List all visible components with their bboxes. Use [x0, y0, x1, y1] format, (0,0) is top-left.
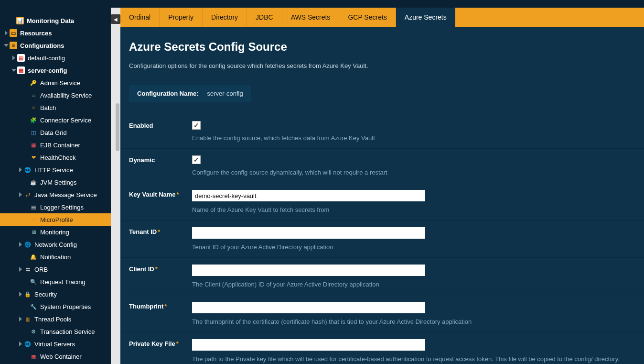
chevron-right-icon[interactable] [18, 342, 23, 346]
field-help: The path to the Private key file which w… [192, 355, 644, 363]
tree-item-label: HTTP Service [34, 166, 107, 174]
field-help: Tenant ID of your Azure Active Directory… [192, 243, 644, 251]
tree-item-icon: ▤ [30, 203, 37, 211]
field-tenant-id: Tenant ID* Tenant ID of your Azure Activ… [120, 220, 644, 257]
key-vault-name-input[interactable] [192, 190, 425, 201]
field-client-id: Client ID* The Client (Application) ID o… [120, 257, 644, 295]
tree-item[interactable]: 🖥Monitoring [0, 226, 111, 238]
tree-item-label: MicroProfile [40, 216, 107, 223]
tree-item-label: JVM Settings [40, 179, 107, 186]
field-label: Dynamic [129, 155, 192, 176]
tree-item-icon: ▦ [17, 66, 25, 74]
thumbprint-input[interactable] [192, 302, 425, 313]
tree-item[interactable]: ▦Web Container [0, 350, 111, 363]
tab[interactable]: JDBC [247, 8, 282, 27]
tree-item-label: Web Container [40, 353, 107, 360]
tab[interactable]: Property [160, 8, 203, 27]
tree-item[interactable]: 🌐Network Config [0, 238, 111, 251]
tree-item[interactable]: 🔒Security [0, 288, 111, 300]
tree-item[interactable]: 🔑Admin Service [0, 77, 111, 89]
field-help: Enable the config source, which fetches … [192, 134, 644, 142]
tree-item-icon: 🌐 [24, 166, 32, 174]
tree-item[interactable]: ▦default-config [0, 52, 111, 64]
enabled-checkbox[interactable]: ✓ [192, 121, 201, 130]
tree-item[interactable]: ≣Availability Service [0, 89, 111, 101]
chevron-right-icon[interactable] [11, 55, 16, 60]
tree-item[interactable]: ☕JVM Settings [0, 176, 111, 188]
tab[interactable]: Directory [203, 8, 247, 27]
field-label: Thumbprint* [129, 302, 192, 325]
chevron-right-icon[interactable] [18, 267, 23, 272]
tree-item-label: Transaction Service [40, 328, 107, 335]
dynamic-checkbox[interactable]: ✓ [192, 155, 201, 164]
scrollbar-thumb[interactable] [116, 103, 119, 151]
tree-item-label: Configurations [20, 42, 107, 49]
tenant-id-input[interactable] [192, 227, 425, 239]
tree-item-label: default-config [28, 55, 107, 62]
tree-item-label: Resources [20, 30, 107, 37]
tree-item-label: Thread Pools [34, 316, 107, 323]
field-label: Private Key File* [129, 339, 192, 363]
tree-item-label: EJB Container [40, 142, 107, 149]
tree-item-icon: ▦ [30, 353, 37, 360]
tab[interactable]: Ordinal [120, 8, 160, 27]
private-key-file-input[interactable] [192, 339, 425, 351]
field-label: Client ID* [129, 265, 192, 288]
tree-item[interactable]: 📊Monitoring Data [0, 14, 111, 27]
field-enabled: Enabled ✓ Enable the config source, whic… [120, 114, 644, 148]
field-help: The thumbprint of the certificate (certi… [192, 318, 644, 325]
tree-item-label: System Properties [40, 303, 107, 310]
chevron-right-icon[interactable] [18, 167, 23, 172]
tree-item-label: server-config [28, 67, 107, 74]
tree-item-icon: ▦ [17, 54, 25, 62]
tree-item[interactable]: 〰MicroProfile [0, 213, 111, 226]
tree-item[interactable]: 🔔Notification [0, 251, 111, 263]
chevron-down-icon[interactable] [4, 43, 9, 48]
chevron-right-icon[interactable] [18, 242, 23, 247]
tree-item[interactable]: ⇆ORB [0, 263, 111, 276]
tree-item[interactable]: 🧩Connector Service [0, 114, 111, 126]
tree-item[interactable]: ⇄Java Message Service [0, 188, 111, 201]
tab[interactable]: GCP Secrets [339, 8, 396, 27]
tree-item[interactable]: 🌐Virtual Servers [0, 338, 111, 350]
tree-item[interactable]: ▦EJB Container [0, 139, 111, 151]
collapse-sidebar-button[interactable]: ◀ [111, 14, 120, 24]
tree-item-icon: ⚙ [30, 328, 37, 335]
tab[interactable]: AWS Secrets [282, 8, 340, 27]
page-title: Azure Secrets Config Source [120, 37, 644, 55]
chevron-right-icon[interactable] [18, 192, 23, 197]
tree-item-label: Data Grid [40, 129, 107, 136]
tree-item[interactable]: 🔧System Properties [0, 300, 111, 313]
client-id-input[interactable] [192, 265, 425, 276]
tree-item-icon: ⇄ [24, 191, 32, 199]
field-key-vault-name: Key Vault Name* Name of the Azure Key Va… [120, 183, 644, 220]
tree-item-label: HealthCheck [40, 154, 107, 161]
tree-item-icon: 🔔 [30, 253, 37, 261]
tree-item[interactable]: ◫Data Grid [0, 126, 111, 139]
tree-item[interactable]: ▤Logger Settings [0, 201, 111, 213]
tree-item[interactable]: ▥Thread Pools [0, 313, 111, 325]
tree-item-icon: 〰 [30, 216, 37, 223]
chevron-right-icon[interactable] [4, 31, 9, 35]
tree-item-label: Admin Service [40, 79, 107, 87]
tree-item[interactable]: 🔍Request Tracing [0, 276, 111, 288]
tree-item[interactable]: ⚙Transaction Service [0, 325, 111, 338]
tree-item-label: Java Message Service [34, 191, 107, 199]
tree-item[interactable]: ≡Batch [0, 101, 111, 114]
chevron-right-icon[interactable] [18, 317, 23, 321]
tree-item[interactable]: ▭Resources [0, 27, 111, 39]
tree-item[interactable]: ❤HealthCheck [0, 151, 111, 164]
tree-item[interactable]: ≡Configurations [0, 39, 111, 52]
tree-item[interactable]: ▦server-config [0, 64, 111, 77]
field-thumbprint: Thumbprint* The thumbprint of the certif… [120, 295, 644, 332]
tree-item-label: Request Tracing [40, 278, 107, 286]
configuration-name-value: server-config [207, 90, 243, 97]
field-help: The Client (Application) ID of your Azur… [192, 281, 644, 288]
tree-item[interactable]: 🌐HTTP Service [0, 164, 111, 176]
chevron-right-icon[interactable] [18, 292, 23, 297]
tab[interactable]: Azure Secrets [396, 8, 455, 27]
tree-item-icon: ≣ [30, 91, 37, 99]
sidebar-splitter[interactable]: ◀ [111, 8, 120, 364]
navigation-tree: 📊Monitoring Data▭Resources≡Configuration… [0, 8, 111, 364]
chevron-down-icon[interactable] [11, 68, 16, 73]
